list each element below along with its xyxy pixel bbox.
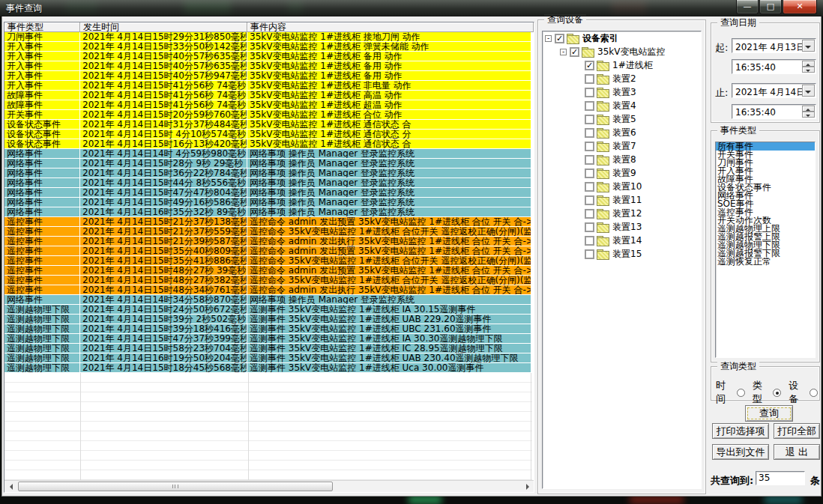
query-button[interactable]: 查询 [745,405,793,422]
table-row[interactable]: 开入事件2021年 4月14日15时33分50秒142毫秒35kV变电站监控 1… [4,42,531,52]
minimize-button[interactable]: — [736,0,759,14]
table-row[interactable]: 刀闸事件2021年 4月14日15时29分31秒850毫秒35kV变电站监控 1… [4,32,531,42]
print-selected-button[interactable]: 打印选择项 [712,423,769,439]
tree-item[interactable]: ✓1#进线柜 [543,58,701,72]
exit-button[interactable]: 退 出 [774,444,820,460]
radio-option[interactable]: 时间 [716,379,745,406]
close-button[interactable]: ✕ [783,0,817,14]
table-row[interactable]: 网络事件2021年 4月14日14时 4分59秒980毫秒网络事项 操作员 Ma… [4,149,531,159]
table-row[interactable]: 网络事件2021年 4月14日15时36分22秒784毫秒网络事项 操作员 Ma… [4,168,531,178]
event-type-item[interactable]: 刀闸事件 [716,159,815,167]
event-type-item[interactable]: 遥控事件 [716,208,815,216]
from-time-spinner[interactable]: 16:35:40 [732,59,816,74]
table-row[interactable]: 故障事件2021年 4月14日15时41分56秒 74毫秒35kV变电站监控 1… [4,100,531,110]
print-all-button[interactable]: 打印全部 [774,423,820,439]
tree-checkbox[interactable]: ✓ [555,34,564,43]
tree-item[interactable]: 装置8 [543,153,701,166]
tree-checkbox[interactable] [585,101,594,111]
spin-up-button[interactable] [802,106,815,112]
table-row[interactable]: 开入事件2021年 4月14日15时40分57秒635毫秒35kV变电站监控 1… [4,52,531,61]
event-type-item[interactable]: 故障事件 [716,175,815,183]
tree-checkbox[interactable] [585,168,594,178]
event-type-item[interactable]: 遥测越物理下限 [716,241,815,249]
table-row[interactable]: 网络事件2021年 4月14日15时28分 9秒 29毫秒网络事项 操作员 Ma… [4,159,531,168]
table-row[interactable]: 遥控事件2021年 4月14日15时35分41秒886毫秒遥控命令 35kV变电… [4,256,531,266]
tree-item[interactable]: 装置5 [543,112,701,126]
table-row[interactable]: 遥控事件2021年 4月14日15时48分27秒382毫秒遥控命令 35kV变电… [4,276,531,285]
tree-checkbox[interactable] [585,209,594,219]
tree-checkbox[interactable] [585,74,594,84]
tree-checkbox[interactable] [585,182,594,192]
table-row[interactable]: 网络事件2021年 4月14日15时47分47秒804毫秒网络事项 操作员 Ma… [4,188,531,198]
radio-icon[interactable] [810,389,818,397]
event-type-item[interactable]: 遥测越报警上限 [716,233,815,241]
spin-down-button[interactable] [802,112,815,118]
event-type-item[interactable]: 遥测恢复正常 [716,258,815,266]
event-type-item[interactable]: SOE事件 [716,200,815,208]
column-header-time[interactable]: 发生时间 [80,22,247,32]
tree-item[interactable]: 装置15 [543,247,701,261]
table-row[interactable]: 网络事件2021年 4月14日15时49分16秒586毫秒网络事项 操作员 Ma… [4,198,531,207]
tree-item[interactable]: 装置13 [543,220,701,234]
table-row[interactable]: 开入事件2021年 4月14日15时40分57秒947毫秒35kV变电站监控 1… [4,71,531,81]
from-date-combo[interactable]: 2021年 4月13日 [732,38,816,53]
table-row[interactable]: 遥测越物理下限2021年 4月14日15时24分50秒672毫秒遥测事件 35k… [4,305,531,315]
table-row[interactable]: 设备状态事件2021年 4月14日14时31分37秒484毫秒35kV变电站监控… [4,120,531,130]
table-row[interactable]: 遥控事件2021年 4月14日15时48分34秒761毫秒遥控命令 admin … [4,285,531,295]
table-row[interactable]: 遥控事件2021年 4月14日15时35分40秒809毫秒遥控命令 admin … [4,246,531,256]
tree-checkbox[interactable] [585,115,594,124]
radio-option[interactable]: 设备 [789,379,818,406]
tree-checkbox[interactable]: ✓ [570,47,579,57]
export-button[interactable]: 导出到文件 [712,444,769,460]
scroll-right-button[interactable] [522,482,533,492]
to-date-dropdown-button[interactable] [802,85,815,97]
event-type-item[interactable]: 遥测越报警下限 [716,249,815,258]
table-row[interactable]: 开入事件2021年 4月14日15时41分56秒 74毫秒35kV变电站监控 1… [4,81,531,91]
tree-item[interactable]: 装置12 [543,207,701,220]
column-header-type[interactable]: 事件类型 [4,22,80,32]
event-type-item[interactable]: 所有事件 [716,142,815,151]
to-time-spinner[interactable]: 16:35:40 [732,104,816,119]
event-type-item[interactable]: 开入事件 [716,167,815,175]
scroll-left-button[interactable] [5,482,16,492]
event-type-item[interactable]: 开关动作次数 [716,216,815,225]
spin-down-button[interactable] [802,67,815,73]
tree-item[interactable]: -✓设备索引 [543,31,701,45]
table-row[interactable]: 设备状态事件2021年 4月14日15时16分13秒420毫秒35kV变电站监控… [4,139,531,149]
tree-checkbox[interactable] [585,195,594,205]
table-row[interactable]: 开关事件2021年 4月14日15时20分59秒760毫秒35kV变电站监控 1… [4,110,531,120]
result-count-value[interactable]: 35 [756,471,805,485]
tree-checkbox[interactable]: ✓ [585,61,594,70]
horizontal-scrollbar[interactable] [4,480,534,492]
radio-icon[interactable] [737,389,745,397]
table-row[interactable]: 网络事件2021年 4月14日16时35分32秒 89毫秒网络事项 操作员 Ma… [4,207,531,217]
spin-up-button[interactable] [802,61,815,67]
tree-checkbox[interactable] [585,142,594,151]
table-row[interactable]: 网络事件2021年 4月14日15时44分 8秒556毫秒网络事项 操作员 Ma… [4,178,531,188]
tree-checkbox[interactable] [585,236,594,246]
tree-checkbox[interactable] [585,88,594,97]
tree-item[interactable]: 装置10 [543,180,701,193]
table-row[interactable]: 设备状态事件2021年 4月14日15时 4分10秒574毫秒35kV变电站监控… [4,130,531,139]
table-row[interactable]: 遥控事件2021年 4月14日15时48分27秒 39毫秒遥控命令 admin … [4,266,531,276]
tree-item[interactable]: 装置6 [543,126,701,139]
to-date-combo[interactable]: 2021年 4月14日 [732,83,816,98]
event-type-item[interactable]: 遥测越物理上限 [716,225,815,233]
table-row[interactable]: 遥测越物理下限2021年 4月14日15时39分 2秒502毫秒遥测事件 35k… [4,315,531,324]
tree-item[interactable]: -✓35kV变电站监控 [543,45,701,58]
tree-item[interactable]: 装置7 [543,139,701,153]
radio-option[interactable]: 类型 [753,379,782,406]
tree-checkbox[interactable] [585,155,594,165]
table-row[interactable]: 开入事件2021年 4月14日15时40分57秒635毫秒35kV变电站监控 1… [4,61,531,71]
tree-expander-icon[interactable]: - [560,49,567,55]
event-type-item[interactable]: 开关事件 [716,151,815,159]
tree-item[interactable]: 装置11 [543,193,701,207]
maximize-button[interactable]: □ [759,0,782,14]
tree-checkbox[interactable] [585,249,594,259]
title-bar[interactable]: 事件查询 — □ ✕ [0,0,823,16]
event-type-item[interactable]: 网络事件 [716,192,815,200]
scrollbar-thumb[interactable] [18,482,333,491]
from-date-dropdown-button[interactable] [802,40,815,52]
table-row[interactable]: 遥测越物理下限2021年 4月14日15时47分37秒399毫秒遥测事件 35k… [4,334,531,344]
table-row[interactable]: 遥控事件2021年 4月14日15时21分37秒138毫秒遥控命令 admin … [4,217,531,227]
